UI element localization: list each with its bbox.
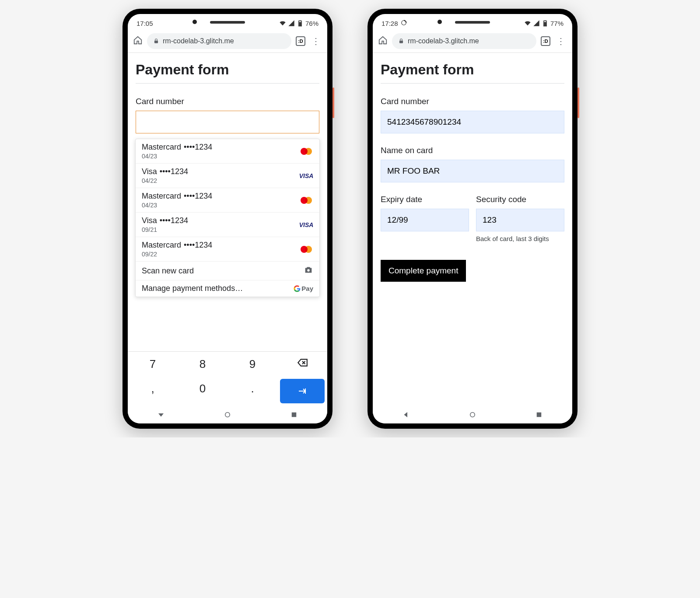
overflow-menu-icon[interactable]: ⋮ [310,36,322,46]
submit-button[interactable]: Complete payment [381,260,466,282]
visa-icon: VISA [299,221,313,228]
battery-percent: 76% [305,20,318,27]
autofill-card-option[interactable]: Mastercard ••••1234 04/23 [136,188,319,213]
expiry-label: Expiry date [381,195,469,204]
card-expiry: 09/21 [142,226,188,233]
cvc-hint: Back of card, last 3 digits [476,235,564,242]
expiry-field: Expiry date [381,195,469,242]
page-title: Payment form [381,62,564,84]
key-9[interactable]: 9 [228,352,277,376]
name-input[interactable] [381,160,564,182]
svg-rect-12 [399,41,403,43]
svg-rect-14 [537,413,542,417]
svg-rect-11 [545,20,546,21]
cvc-input[interactable] [476,209,564,231]
nav-home-icon[interactable] [469,411,476,419]
data-saver-icon [401,20,407,26]
card-number-field: Card number [136,97,319,133]
battery-icon [297,20,304,27]
key-7[interactable]: 7 [128,352,178,376]
gpay-icon: Pay [294,285,313,292]
page-content: Payment form Card number Mastercard ••••… [128,53,327,351]
url-text: rm-codelab-3.glitch.me [408,37,479,45]
url-text: rm-codelab-3.glitch.me [163,37,234,45]
key-enter[interactable] [280,379,325,403]
card-expiry: 04/23 [142,153,212,160]
card-number-input[interactable] [381,111,564,133]
card-brand: Mastercard [142,241,181,250]
svg-point-4 [307,269,310,272]
key-8[interactable]: 8 [178,352,228,376]
signal-icon [288,20,295,27]
overflow-menu-icon[interactable]: ⋮ [555,36,567,46]
mastercard-icon [299,148,313,155]
browser-toolbar: rm-codelab-3.glitch.me :D ⋮ [373,30,572,53]
manage-payment-label: Manage payment methods… [142,284,243,293]
tab-switcher[interactable]: :D [296,36,305,46]
numeric-keyboard: 7 8 9 , 0 . [128,351,327,406]
home-icon[interactable] [133,35,143,47]
status-time: 17:28 [382,20,407,27]
card-brand: Visa [142,167,157,176]
card-last4: ••••1234 [184,143,212,152]
key-comma[interactable]: , [128,376,178,401]
power-button [332,87,334,118]
cvc-label: Security code [476,195,564,204]
screen: 17:05 76% rm-codelab-3.glitch.me :D ⋮ Pa… [128,14,327,423]
address-bar[interactable]: rm-codelab-3.glitch.me [147,33,291,49]
power-button [578,87,579,118]
autofill-card-option[interactable]: Visa ••••1234 04/22 VISA [136,164,319,188]
cvc-field: Security code Back of card, last 3 digit… [476,195,564,242]
svg-rect-7 [292,413,297,417]
wifi-icon [279,20,286,27]
tab-switcher[interactable]: :D [541,36,550,46]
card-number-label: Card number [381,97,564,106]
phone-mockup-right: 17:28 77% rm-codelab-3.glitch.me :D ⋮ Pa… [368,9,578,429]
expiry-input[interactable] [381,209,469,231]
card-brand: Mastercard [142,143,181,152]
svg-rect-10 [544,22,546,26]
nav-recent-icon[interactable] [290,411,298,419]
card-brand: Visa [142,216,157,225]
name-label: Name on card [381,146,564,155]
key-0[interactable]: 0 [178,376,228,401]
key-period[interactable]: . [228,376,277,401]
mastercard-icon [299,197,313,204]
nav-back-icon[interactable] [402,411,410,419]
lock-icon [153,38,159,44]
card-last4: ••••1234 [160,167,188,176]
battery-icon [542,20,549,27]
svg-rect-3 [154,41,158,43]
home-icon[interactable] [378,35,388,47]
card-expiry: 09/22 [142,251,212,258]
svg-rect-1 [299,22,301,26]
phone-mockup-left: 17:05 76% rm-codelab-3.glitch.me :D ⋮ Pa… [122,9,332,429]
lock-icon [398,38,404,44]
status-time: 17:05 [136,20,153,27]
key-backspace[interactable] [277,352,327,376]
card-last4: ••••1234 [184,192,212,201]
autofill-card-option[interactable]: Visa ••••1234 09/21 VISA [136,213,319,237]
page-title: Payment form [136,62,319,84]
address-bar[interactable]: rm-codelab-3.glitch.me [392,33,536,49]
card-last4: ••••1234 [160,216,188,225]
card-number-input[interactable] [136,111,319,133]
camera-icon [304,265,313,276]
battery-percent: 77% [550,20,564,27]
card-expiry: 04/22 [142,177,188,184]
scan-card-option[interactable]: Scan new card [136,262,319,280]
svg-point-6 [225,413,230,417]
nav-recent-icon[interactable] [535,411,543,419]
manage-payment-option[interactable]: Manage payment methods… Pay [136,280,319,297]
svg-rect-2 [300,20,301,21]
name-field: Name on card [381,146,564,182]
autofill-card-option[interactable]: Mastercard ••••1234 09/22 [136,237,319,262]
mastercard-icon [299,246,313,253]
svg-point-13 [470,413,475,417]
nav-back-icon[interactable] [157,411,165,419]
autofill-dropdown: Mastercard ••••1234 04/23 Visa ••••1234 … [135,139,320,297]
browser-toolbar: rm-codelab-3.glitch.me :D ⋮ [128,30,327,53]
card-expiry: 04/23 [142,202,212,209]
autofill-card-option[interactable]: Mastercard ••••1234 04/23 [136,139,319,164]
nav-home-icon[interactable] [224,411,231,419]
